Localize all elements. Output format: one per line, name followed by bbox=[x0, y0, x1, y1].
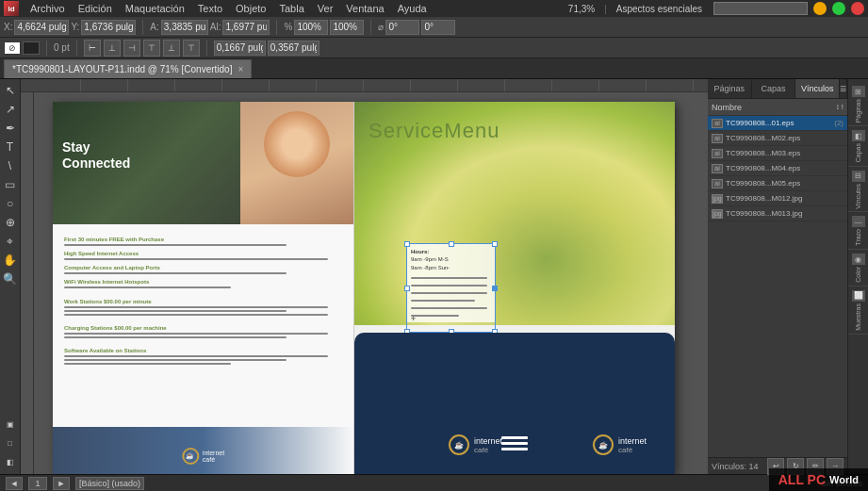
menu-ventana[interactable]: Ventana bbox=[340, 3, 389, 14]
rect-tool-btn[interactable]: ▭ bbox=[2, 176, 19, 193]
separator5 bbox=[76, 41, 77, 56]
section4-title: WiFi Wireless Internet Hotspots bbox=[64, 279, 342, 285]
scale-group: % bbox=[284, 20, 364, 35]
menu-maquetacion[interactable]: Maquetación bbox=[120, 3, 190, 14]
pages-icon: ⊞ bbox=[852, 86, 865, 97]
ellipse-tool-btn[interactable]: ○ bbox=[2, 195, 19, 212]
window-minimize-btn[interactable] bbox=[813, 2, 827, 15]
sel-handle-mr[interactable] bbox=[492, 286, 498, 291]
next-page-btn[interactable]: ► bbox=[53, 477, 70, 490]
window-close-btn[interactable] bbox=[851, 2, 864, 15]
scale-h-input[interactable] bbox=[330, 20, 364, 35]
w-input[interactable] bbox=[161, 20, 208, 35]
align-btn4[interactable]: ⊤ bbox=[143, 40, 160, 57]
link-icon-4: ai bbox=[712, 179, 723, 188]
menu-texto[interactable]: Texto bbox=[192, 3, 228, 14]
document-tab[interactable]: *TC9990801-LAYOUT-P11.indd @ 71% [Conver… bbox=[4, 59, 252, 78]
h-input[interactable] bbox=[222, 20, 270, 35]
fr-layers[interactable]: ◧ Capas bbox=[848, 127, 868, 166]
right-panel: Páginas Capas Vínculos ≡ Nombre ↕ ! ai T… bbox=[708, 79, 847, 474]
content-line11 bbox=[64, 359, 287, 361]
menu-ver[interactable]: Ver bbox=[312, 3, 339, 14]
transform-tool-btn[interactable]: ⊕ bbox=[2, 214, 19, 231]
section3-title: Computer Access and Laptop Ports bbox=[64, 265, 342, 270]
swatches-icon: ⬜ bbox=[852, 290, 865, 302]
link-item-2[interactable]: ai TC9990808...M03.eps bbox=[708, 146, 847, 161]
fr-stroke[interactable]: — Trazo bbox=[848, 213, 868, 250]
align-btn3[interactable]: ⊣ bbox=[123, 40, 140, 57]
link-item-0[interactable]: ai TC9990808...01.eps (2) bbox=[708, 116, 847, 131]
scale-w-input[interactable] bbox=[294, 20, 328, 35]
text-tool-btn[interactable]: T bbox=[2, 139, 19, 155]
fr-color[interactable]: ◉ Color bbox=[848, 251, 868, 286]
tab-layers[interactable]: Capas bbox=[752, 79, 796, 98]
dim-h1-input[interactable] bbox=[268, 41, 319, 56]
link-item-6[interactable]: jpg TC9990808...M013.jpg bbox=[708, 206, 847, 221]
fr-links[interactable]: ⊟ Vínculos bbox=[848, 168, 868, 213]
menu-objeto[interactable]: Objeto bbox=[230, 3, 271, 14]
x-input[interactable] bbox=[14, 20, 69, 35]
tab-filename: *TC9990801-LAYOUT-P11.indd @ 71% [Conver… bbox=[12, 64, 232, 74]
prev-page-btn[interactable]: ◄ bbox=[6, 477, 23, 490]
tab-pages[interactable]: Páginas bbox=[708, 79, 752, 98]
hm-line1 bbox=[501, 436, 528, 439]
mode-btn[interactable]: ◧ bbox=[2, 453, 19, 470]
direct-select-btn[interactable]: ↗ bbox=[2, 101, 19, 118]
dim-w1-input[interactable] bbox=[214, 41, 266, 56]
no-fill-icon: ⊘ bbox=[8, 43, 16, 53]
sel-handle-ml[interactable] bbox=[404, 286, 410, 291]
watermark-logo: ALL PC bbox=[778, 472, 826, 487]
stay-connected-text: Stay Connected bbox=[62, 139, 130, 172]
align-btn2[interactable]: ⊥ bbox=[104, 40, 121, 57]
fr-swatches[interactable]: ⬜ Muestras bbox=[848, 287, 868, 335]
pen-tool-btn[interactable]: ✒ bbox=[2, 120, 19, 137]
link-item-4[interactable]: ai TC9990808...M05.eps bbox=[708, 176, 847, 191]
link-item-3[interactable]: ai TC9990808...M04.eps bbox=[708, 161, 847, 176]
page-input[interactable]: 1 bbox=[28, 477, 47, 490]
tab-close-btn[interactable]: × bbox=[237, 64, 243, 74]
align-btn5[interactable]: ⊥ bbox=[163, 40, 180, 57]
fill-btn[interactable] bbox=[23, 41, 40, 55]
cafe-sub-right: café bbox=[618, 446, 647, 454]
sel-handle-tr[interactable] bbox=[492, 241, 498, 247]
line-tool-btn[interactable]: \ bbox=[2, 157, 19, 174]
tab-links[interactable]: Vínculos bbox=[795, 79, 840, 98]
menu-tabla[interactable]: Tabla bbox=[273, 3, 309, 14]
fr-pages[interactable]: ⊞ Páginas bbox=[848, 83, 868, 126]
search-input[interactable] bbox=[713, 2, 808, 15]
content-line1 bbox=[64, 244, 287, 246]
crop-tool-btn[interactable]: ⌖ bbox=[2, 233, 19, 250]
fill-color-btn[interactable]: ▣ bbox=[2, 416, 19, 433]
stroke-color-btn[interactable]: □ bbox=[2, 434, 19, 451]
select-tool-btn[interactable]: ↖ bbox=[2, 82, 19, 99]
hand-tool-btn[interactable]: ✋ bbox=[2, 252, 19, 269]
text-line-6: ✛ bbox=[411, 315, 459, 317]
hamburger-menu[interactable] bbox=[501, 436, 528, 450]
text-line-5 bbox=[411, 307, 487, 309]
window-maximize-btn[interactable] bbox=[832, 2, 845, 15]
sel-handle-tm[interactable] bbox=[449, 241, 454, 247]
menu-edicion[interactable]: Edición bbox=[73, 3, 118, 14]
sel-handle-tl[interactable] bbox=[404, 241, 410, 247]
link-item-1[interactable]: ai TC9990808...M02.eps bbox=[708, 131, 847, 146]
content-line12 bbox=[64, 363, 231, 365]
horizontal-ruler bbox=[21, 79, 708, 92]
align-btn6[interactable]: ⊤ bbox=[183, 40, 200, 57]
text-line-2 bbox=[411, 285, 487, 286]
y-input[interactable] bbox=[81, 20, 136, 35]
stroke-none-btn[interactable]: ⊘ bbox=[4, 41, 21, 55]
align-btn1[interactable]: ⊢ bbox=[84, 40, 101, 57]
link-item-5[interactable]: jpg TC9990808...M012.jpg bbox=[708, 191, 847, 206]
content-line9 bbox=[64, 336, 287, 338]
shear-input[interactable] bbox=[421, 20, 455, 35]
selection-box[interactable]: Hours: 9am -9pm M-S 9am -8pm Sun- ✛ bbox=[406, 243, 496, 333]
panel-menu-btn[interactable]: ≡ bbox=[840, 79, 847, 98]
zoom-tool-btn[interactable]: 🔍 bbox=[2, 270, 19, 287]
selection-content: Hours: 9am -9pm M-S 9am -8pm Sun- ✛ bbox=[407, 244, 495, 322]
document-canvas: Stay Connected First 30 minutes FREE wit… bbox=[34, 92, 708, 474]
layout-preset-btn[interactable]: [Básico] (usado) bbox=[75, 477, 144, 490]
section5-title: Work Stations $00.00 per minute bbox=[64, 299, 342, 304]
menu-archivo[interactable]: Archivo bbox=[25, 3, 71, 14]
angle-input[interactable] bbox=[385, 20, 419, 35]
menu-ayuda[interactable]: Ayuda bbox=[392, 3, 433, 14]
